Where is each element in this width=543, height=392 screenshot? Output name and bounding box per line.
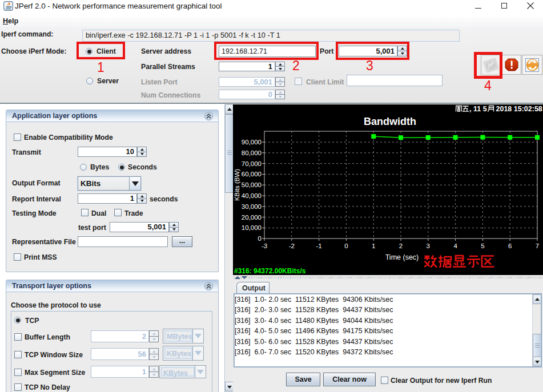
svg-text:2018 15:02:58: 2018 15:02:58 xyxy=(496,105,542,113)
svg-text:2: 2 xyxy=(399,243,403,249)
svg-text:10,000: 10,000 xyxy=(242,224,262,231)
svg-text:-3: -3 xyxy=(262,243,267,249)
svg-text:5: 5 xyxy=(481,243,484,249)
svg-text:-1: -1 xyxy=(316,243,321,249)
svg-text:70,000: 70,000 xyxy=(242,160,262,167)
svg-text:Bandwidth: Bandwidth xyxy=(364,116,416,127)
svg-text:Time (sec): Time (sec) xyxy=(385,253,419,261)
svg-text:50,000: 50,000 xyxy=(242,181,262,188)
svg-text:KBits (BW): KBits (BW) xyxy=(234,169,240,201)
svg-text:90,000: 90,000 xyxy=(242,139,262,146)
svg-text:3: 3 xyxy=(427,243,430,249)
svg-text:0: 0 xyxy=(344,243,348,249)
svg-text:0: 0 xyxy=(258,235,262,242)
svg-text:4: 4 xyxy=(453,243,457,249)
svg-text:, 11 5: , 11 5 xyxy=(469,105,487,113)
svg-text:20,000: 20,000 xyxy=(242,214,262,221)
svg-text:1: 1 xyxy=(372,243,375,249)
svg-text:80,000: 80,000 xyxy=(242,149,262,156)
svg-text:#316: 94372.00KBits/s: #316: 94372.00KBits/s xyxy=(234,267,306,275)
svg-text:6: 6 xyxy=(508,243,512,249)
svg-text:-2: -2 xyxy=(289,243,295,249)
svg-text:30,000: 30,000 xyxy=(242,203,262,210)
svg-text:7: 7 xyxy=(536,243,539,249)
svg-text:60,000: 60,000 xyxy=(242,171,262,177)
svg-text:40,000: 40,000 xyxy=(242,192,262,199)
